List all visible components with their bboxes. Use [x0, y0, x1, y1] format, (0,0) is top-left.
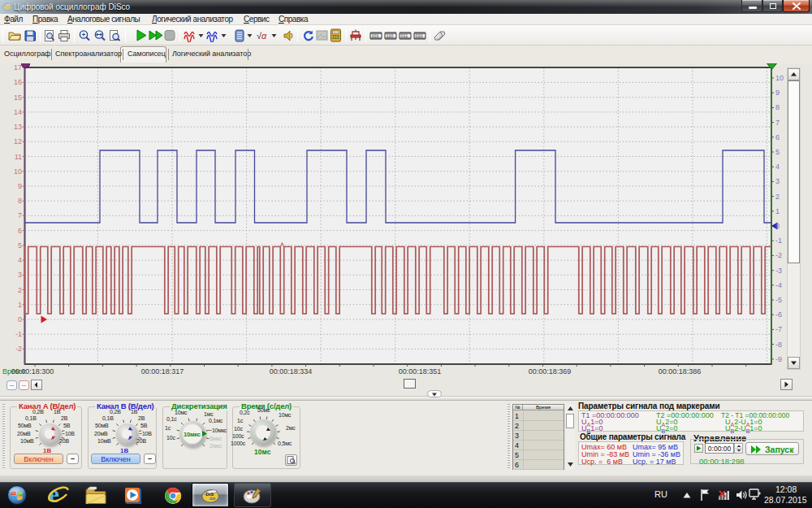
svg-text:co: co	[209, 496, 215, 501]
svg-text:011: 011	[401, 33, 408, 38]
svg-text:010: 010	[416, 33, 423, 38]
svg-text:110: 110	[387, 33, 394, 38]
svg-text:101: 101	[372, 33, 379, 38]
